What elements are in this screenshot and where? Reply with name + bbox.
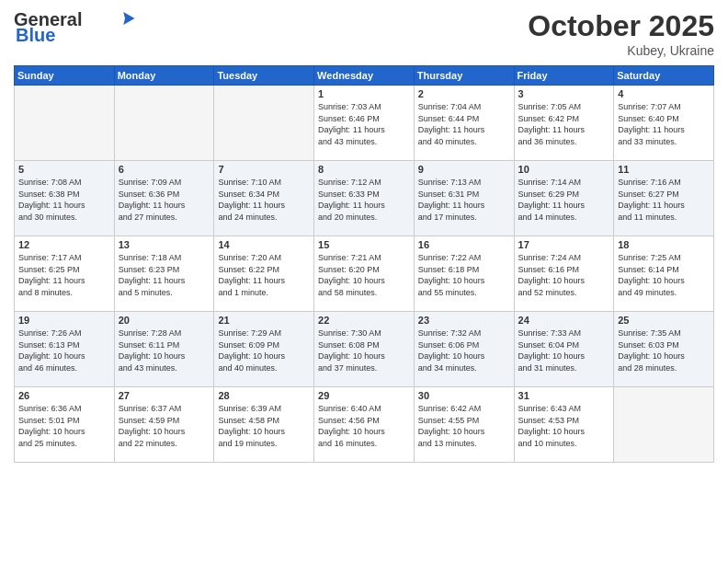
day-info: Sunrise: 7:22 AM Sunset: 6:18 PM Dayligh… <box>418 252 510 298</box>
header-wednesday: Wednesday <box>314 66 415 86</box>
calendar-day-cell: 14Sunrise: 7:20 AM Sunset: 6:22 PM Dayli… <box>214 236 314 312</box>
calendar-week-row: 12Sunrise: 7:17 AM Sunset: 6:25 PM Dayli… <box>15 236 714 312</box>
svg-marker-0 <box>124 12 135 25</box>
title-block: October 2025 Kubey, Ukraine <box>528 9 714 58</box>
calendar-day-cell: 17Sunrise: 7:24 AM Sunset: 6:16 PM Dayli… <box>514 236 614 312</box>
calendar-day-cell: 9Sunrise: 7:13 AM Sunset: 6:31 PM Daylig… <box>414 161 514 236</box>
calendar-day-cell: 16Sunrise: 7:22 AM Sunset: 6:18 PM Dayli… <box>414 236 514 312</box>
day-info: Sunrise: 6:39 AM Sunset: 4:58 PM Dayligh… <box>218 403 310 449</box>
calendar-day-cell: 3Sunrise: 7:05 AM Sunset: 6:42 PM Daylig… <box>514 86 614 161</box>
day-number: 26 <box>18 390 110 401</box>
calendar-day-cell <box>114 86 214 161</box>
calendar-day-cell: 25Sunrise: 7:35 AM Sunset: 6:03 PM Dayli… <box>614 312 714 387</box>
header: General Blue October 2025 Kubey, Ukraine <box>14 9 714 58</box>
day-info: Sunrise: 7:08 AM Sunset: 6:38 PM Dayligh… <box>18 177 110 223</box>
day-number: 12 <box>18 239 110 250</box>
day-info: Sunrise: 7:26 AM Sunset: 6:13 PM Dayligh… <box>18 327 110 373</box>
day-number: 24 <box>518 315 610 326</box>
logo-icon <box>115 12 135 25</box>
day-number: 15 <box>318 239 410 250</box>
day-info: Sunrise: 7:12 AM Sunset: 6:33 PM Dayligh… <box>318 177 410 223</box>
calendar-day-cell: 8Sunrise: 7:12 AM Sunset: 6:33 PM Daylig… <box>314 161 415 236</box>
day-info: Sunrise: 7:05 AM Sunset: 6:42 PM Dayligh… <box>518 101 610 147</box>
calendar-day-cell: 1Sunrise: 7:03 AM Sunset: 6:46 PM Daylig… <box>314 86 415 161</box>
day-number: 13 <box>119 239 210 250</box>
calendar-day-cell: 15Sunrise: 7:21 AM Sunset: 6:20 PM Dayli… <box>314 236 415 312</box>
day-number: 11 <box>618 164 710 175</box>
day-info: Sunrise: 7:04 AM Sunset: 6:44 PM Dayligh… <box>418 101 510 147</box>
header-saturday: Saturday <box>614 66 714 86</box>
logo-blue: Blue <box>16 25 55 46</box>
calendar-day-cell: 22Sunrise: 7:30 AM Sunset: 6:08 PM Dayli… <box>314 312 415 387</box>
day-info: Sunrise: 7:10 AM Sunset: 6:34 PM Dayligh… <box>218 177 310 223</box>
header-friday: Friday <box>514 66 614 86</box>
day-info: Sunrise: 7:32 AM Sunset: 6:06 PM Dayligh… <box>418 327 510 373</box>
day-number: 5 <box>18 164 110 175</box>
day-number: 31 <box>518 390 610 401</box>
day-info: Sunrise: 7:16 AM Sunset: 6:27 PM Dayligh… <box>618 177 710 223</box>
day-number: 28 <box>218 390 310 401</box>
day-number: 6 <box>119 164 210 175</box>
calendar-day-cell: 28Sunrise: 6:39 AM Sunset: 4:58 PM Dayli… <box>214 387 314 463</box>
day-number: 14 <box>218 239 310 250</box>
calendar-day-cell: 12Sunrise: 7:17 AM Sunset: 6:25 PM Dayli… <box>15 236 115 312</box>
day-number: 10 <box>518 164 610 175</box>
calendar-day-cell <box>214 86 314 161</box>
calendar-day-cell: 6Sunrise: 7:09 AM Sunset: 6:36 PM Daylig… <box>114 161 214 236</box>
day-info: Sunrise: 7:21 AM Sunset: 6:20 PM Dayligh… <box>318 252 410 298</box>
day-number: 29 <box>318 390 410 401</box>
calendar-day-cell: 30Sunrise: 6:42 AM Sunset: 4:55 PM Dayli… <box>414 387 514 463</box>
day-number: 17 <box>518 239 610 250</box>
day-info: Sunrise: 6:36 AM Sunset: 5:01 PM Dayligh… <box>18 403 110 449</box>
day-info: Sunrise: 7:07 AM Sunset: 6:40 PM Dayligh… <box>618 101 710 147</box>
day-info: Sunrise: 6:42 AM Sunset: 4:55 PM Dayligh… <box>418 403 510 449</box>
day-info: Sunrise: 7:09 AM Sunset: 6:36 PM Dayligh… <box>119 177 210 223</box>
day-info: Sunrise: 6:40 AM Sunset: 4:56 PM Dayligh… <box>318 403 410 449</box>
day-info: Sunrise: 7:17 AM Sunset: 6:25 PM Dayligh… <box>18 252 110 298</box>
calendar-day-cell: 13Sunrise: 7:18 AM Sunset: 6:23 PM Dayli… <box>114 236 214 312</box>
day-info: Sunrise: 7:20 AM Sunset: 6:22 PM Dayligh… <box>218 252 310 298</box>
day-info: Sunrise: 7:13 AM Sunset: 6:31 PM Dayligh… <box>418 177 510 223</box>
calendar-day-cell: 18Sunrise: 7:25 AM Sunset: 6:14 PM Dayli… <box>614 236 714 312</box>
header-sunday: Sunday <box>15 66 115 86</box>
day-info: Sunrise: 7:25 AM Sunset: 6:14 PM Dayligh… <box>618 252 710 298</box>
day-info: Sunrise: 7:03 AM Sunset: 6:46 PM Dayligh… <box>318 101 410 147</box>
calendar-day-cell: 10Sunrise: 7:14 AM Sunset: 6:29 PM Dayli… <box>514 161 614 236</box>
day-number: 2 <box>418 88 510 99</box>
day-number: 9 <box>418 164 510 175</box>
calendar-day-cell: 24Sunrise: 7:33 AM Sunset: 6:04 PM Dayli… <box>514 312 614 387</box>
month-title: October 2025 <box>528 9 714 43</box>
calendar-week-row: 1Sunrise: 7:03 AM Sunset: 6:46 PM Daylig… <box>15 86 714 161</box>
calendar-table: Sunday Monday Tuesday Wednesday Thursday… <box>14 65 714 463</box>
day-number: 25 <box>618 315 710 326</box>
day-number: 1 <box>318 88 410 99</box>
day-number: 23 <box>418 315 510 326</box>
calendar-page: General Blue October 2025 Kubey, Ukraine… <box>0 0 728 563</box>
day-info: Sunrise: 7:30 AM Sunset: 6:08 PM Dayligh… <box>318 327 410 373</box>
day-number: 3 <box>518 88 610 99</box>
day-number: 22 <box>318 315 410 326</box>
day-info: Sunrise: 7:24 AM Sunset: 6:16 PM Dayligh… <box>518 252 610 298</box>
header-monday: Monday <box>114 66 214 86</box>
calendar-week-row: 19Sunrise: 7:26 AM Sunset: 6:13 PM Dayli… <box>15 312 714 387</box>
day-number: 18 <box>618 239 710 250</box>
day-number: 8 <box>318 164 410 175</box>
logo: General Blue <box>14 9 135 46</box>
calendar-day-cell: 11Sunrise: 7:16 AM Sunset: 6:27 PM Dayli… <box>614 161 714 236</box>
calendar-day-cell: 19Sunrise: 7:26 AM Sunset: 6:13 PM Dayli… <box>15 312 115 387</box>
day-number: 4 <box>618 88 710 99</box>
calendar-day-cell: 27Sunrise: 6:37 AM Sunset: 4:59 PM Dayli… <box>114 387 214 463</box>
day-number: 19 <box>18 315 110 326</box>
day-number: 21 <box>218 315 310 326</box>
calendar-day-cell: 20Sunrise: 7:28 AM Sunset: 6:11 PM Dayli… <box>114 312 214 387</box>
calendar-day-cell: 23Sunrise: 7:32 AM Sunset: 6:06 PM Dayli… <box>414 312 514 387</box>
day-info: Sunrise: 6:43 AM Sunset: 4:53 PM Dayligh… <box>518 403 610 449</box>
calendar-day-cell: 7Sunrise: 7:10 AM Sunset: 6:34 PM Daylig… <box>214 161 314 236</box>
day-info: Sunrise: 7:28 AM Sunset: 6:11 PM Dayligh… <box>119 327 210 373</box>
calendar-day-cell <box>15 86 115 161</box>
day-info: Sunrise: 7:35 AM Sunset: 6:03 PM Dayligh… <box>618 327 710 373</box>
day-info: Sunrise: 6:37 AM Sunset: 4:59 PM Dayligh… <box>119 403 210 449</box>
calendar-day-cell: 5Sunrise: 7:08 AM Sunset: 6:38 PM Daylig… <box>15 161 115 236</box>
calendar-day-cell: 26Sunrise: 6:36 AM Sunset: 5:01 PM Dayli… <box>15 387 115 463</box>
calendar-day-cell: 21Sunrise: 7:29 AM Sunset: 6:09 PM Dayli… <box>214 312 314 387</box>
